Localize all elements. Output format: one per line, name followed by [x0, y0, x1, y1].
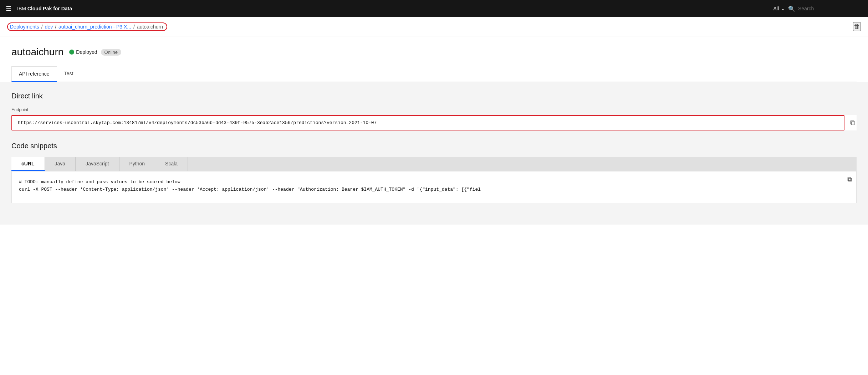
copy-endpoint-button[interactable]: ⧉ [849, 117, 857, 128]
endpoint-box: https://services-uscentral.skytap.com:13… [11, 115, 857, 130]
code-tab-java[interactable]: Java [45, 157, 76, 171]
delete-button[interactable]: 🗑 [853, 22, 861, 31]
brand-name: IBM Cloud Pak for Data [17, 6, 72, 11]
code-line-1: # TODO: manually define and pass values … [19, 179, 849, 186]
breadcrumb-dev[interactable]: dev [45, 24, 53, 30]
endpoint-url: https://services-uscentral.skytap.com:13… [11, 115, 844, 130]
code-tab-javascript[interactable]: JavaScript [76, 157, 119, 171]
code-tab-curl[interactable]: cURL [11, 157, 45, 171]
copy-code-button[interactable]: ⧉ [847, 176, 852, 183]
status-badge-row: Deployed Online [69, 49, 121, 56]
status-dot-icon [69, 50, 74, 55]
breadcrumb-model[interactable]: autoai_churn_prediction - P3 X... [58, 24, 131, 30]
breadcrumb-sep-1: / [41, 24, 43, 30]
code-tabs-row: cURL Java JavaScript Python Scala [11, 157, 857, 171]
endpoint-label: Endpoint [11, 107, 857, 112]
search-input[interactable] [798, 6, 862, 11]
direct-link-title: Direct link [11, 92, 857, 100]
breadcrumb: Deployments / dev / autoai_churn_predict… [0, 17, 868, 36]
tab-content-api-reference: Direct link Endpoint https://services-us… [0, 82, 868, 225]
chevron-down-icon: ⌄ [781, 6, 785, 11]
search-icon: 🔍 [788, 5, 795, 12]
main-content: autoaichurn Deployed Online API referenc… [0, 36, 868, 375]
tab-test[interactable]: Test [57, 66, 81, 82]
code-tab-python[interactable]: Python [119, 157, 155, 171]
code-tab-scala[interactable]: Scala [155, 157, 188, 171]
search-area: All ⌄ 🔍 [773, 5, 862, 12]
online-badge: Online [101, 49, 122, 56]
tab-api-reference[interactable]: API reference [11, 66, 57, 82]
code-block: ⧉ # TODO: manually define and pass value… [11, 171, 857, 203]
breadcrumb-highlight-group: Deployments / dev / autoai_churn_predict… [7, 22, 167, 31]
page-title-row: autoaichurn Deployed Online [11, 46, 857, 58]
tabs-row: API reference Test [11, 66, 857, 82]
code-snippets-title: Code snippets [11, 142, 857, 150]
direct-link-section: Direct link Endpoint https://services-us… [11, 92, 857, 130]
breadcrumb-sep-2: / [55, 24, 56, 30]
status-deployed: Deployed [69, 49, 97, 55]
topnav: ☰ IBM Cloud Pak for Data All ⌄ 🔍 [0, 0, 868, 17]
breadcrumb-deployments[interactable]: Deployments [10, 24, 39, 30]
code-line-2: curl -X POST --header 'Content-Type: app… [19, 186, 849, 194]
hamburger-menu-icon[interactable]: ☰ [6, 5, 11, 12]
breadcrumb-sep-3: / [133, 24, 135, 30]
search-input-wrap: 🔍 [788, 5, 862, 12]
breadcrumb-current: autoaichurn [137, 24, 163, 30]
search-scope-dropdown[interactable]: All ⌄ [773, 6, 785, 11]
page-title: autoaichurn [11, 46, 63, 58]
code-snippets-section: Code snippets cURL Java JavaScript Pytho… [11, 142, 857, 203]
